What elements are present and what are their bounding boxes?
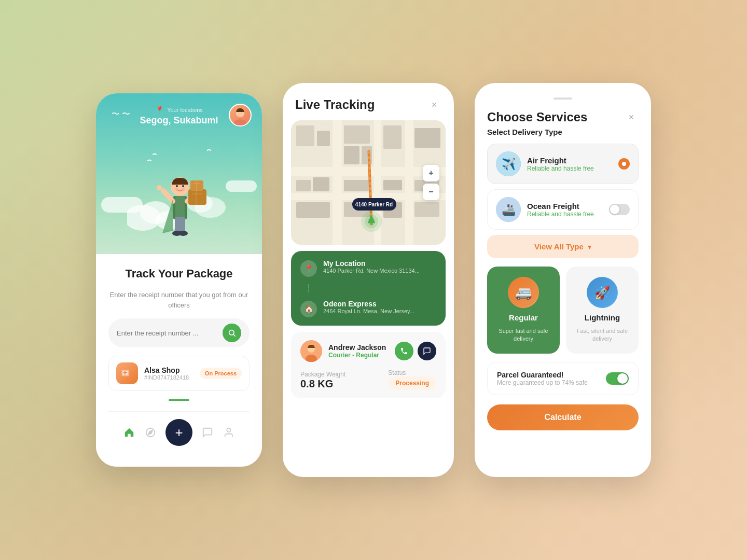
nav-home[interactable] — [123, 427, 135, 438]
air-freight-radio[interactable] — [618, 158, 630, 170]
air-freight-option[interactable]: ✈️ Air Freight Reliable and hassle free — [487, 144, 639, 184]
ocean-freight-name: Ocean Freight — [527, 202, 603, 211]
message-button[interactable] — [418, 342, 436, 360]
svg-point-19 — [182, 188, 185, 191]
svg-rect-53 — [414, 128, 440, 148]
regular-icon: 🚐 — [508, 277, 539, 308]
destination-icon: 🏠 — [300, 301, 317, 317]
drag-handle[interactable] — [554, 97, 572, 100]
status-section: Status Processing — [388, 369, 436, 390]
ocean-freight-info: Ocean Freight Reliable and hassle free — [527, 202, 603, 218]
lightning-icon: 🚀 — [587, 277, 618, 308]
destination-row: 🏠 Odeon Express 2464 Royal Ln. Mesa, New… — [300, 300, 436, 317]
location-icon: 📍 — [155, 106, 164, 114]
svg-rect-49 — [344, 146, 359, 164]
svg-text:✈️: ✈️ — [502, 157, 516, 171]
card1-body: Track Your Package Enter the receipt num… — [96, 254, 262, 467]
destination-name: Odeon Express — [323, 300, 414, 308]
air-freight-icon: ✈️ — [496, 151, 521, 176]
nav-add-button[interactable]: + — [165, 419, 192, 446]
card2-header: Live Tracking × — [283, 83, 454, 120]
close-services-button[interactable]: × — [624, 110, 639, 124]
ocean-freight-toggle[interactable] — [609, 204, 630, 215]
toggle-knob — [610, 205, 619, 214]
courier-section: Andrew Jackson Courier - Regular Package… — [291, 332, 446, 398]
svg-rect-46 — [296, 180, 311, 191]
svg-rect-44 — [296, 125, 314, 146]
view-all-button[interactable]: View All Type ▾ — [487, 235, 639, 258]
svg-rect-51 — [344, 180, 371, 191]
zoom-out-button[interactable]: − — [423, 184, 439, 200]
location-info: 📍 Your locations — [155, 106, 203, 114]
air-freight-desc: Reliable and hassle free — [527, 165, 612, 172]
card3-title: Choose Services — [487, 110, 587, 124]
svg-rect-45 — [317, 131, 330, 146]
svg-point-37 — [227, 428, 230, 432]
svg-rect-41 — [333, 120, 342, 245]
my-location-info: My Location 4140 Parker Rd, New Mexico 3… — [323, 259, 420, 274]
regular-speed-card[interactable]: 🚐 Regular Super fast and safe delivery — [487, 267, 560, 354]
search-bar — [108, 318, 250, 347]
order-card[interactable]: Alsa Shop #IND8747182418 On Process — [108, 356, 250, 391]
svg-rect-54 — [383, 180, 402, 190]
track-title: Track Your Package — [108, 267, 250, 282]
processing-badge: Processing — [388, 376, 436, 390]
svg-point-29 — [229, 330, 234, 335]
regular-name: Regular — [509, 313, 538, 322]
bottom-nav: + — [108, 411, 250, 456]
guaranteed-toggle-knob — [617, 373, 628, 384]
nav-chat[interactable] — [202, 427, 213, 438]
search-button[interactable] — [223, 324, 241, 342]
svg-rect-12 — [179, 217, 185, 232]
svg-point-17 — [182, 185, 184, 187]
order-id: #IND8747182418 — [144, 374, 193, 381]
track-description: Enter the receipt number that you got fr… — [108, 290, 250, 310]
section-label: Select Delivery Type — [487, 128, 639, 136]
my-location-row: 📍 My Location 4140 Parker Rd, New Mexico… — [300, 259, 436, 277]
courier-row: Andrew Jackson Courier - Regular — [300, 340, 436, 362]
ocean-freight-icon: 🚢 — [496, 197, 521, 222]
track-package-card: 📍 Your locations Segog, Sukabumi 〜 〜 — [96, 93, 262, 467]
order-info: Alsa Shop #IND8747182418 — [144, 366, 193, 381]
weight-label: Package Weight — [300, 371, 345, 378]
guaranteed-card: Parcel Guaranteed! More guaranteed up to… — [487, 362, 639, 395]
lightning-speed-card[interactable]: 🚀 Lightning Fast, silent and safe delive… — [566, 267, 639, 354]
svg-rect-59 — [414, 202, 439, 217]
svg-rect-27 — [196, 180, 197, 191]
svg-point-14 — [178, 231, 188, 236]
call-button[interactable] — [395, 342, 413, 360]
ocean-freight-option[interactable]: 🚢 Ocean Freight Reliable and hassle free — [487, 189, 639, 230]
svg-rect-22 — [188, 189, 206, 205]
card1-header: 📍 Your locations Segog, Sukabumi 〜 〜 — [96, 93, 262, 254]
choose-services-card: Choose Services × Select Delivery Type ✈… — [475, 83, 651, 477]
courier-type: Courier - Regular — [328, 352, 386, 359]
svg-rect-10 — [175, 196, 185, 219]
air-freight-name: Air Freight — [527, 156, 612, 165]
search-input[interactable] — [117, 329, 217, 337]
guaranteed-info: Parcel Guaranteed! More guaranteed up to… — [497, 371, 600, 386]
nav-profile[interactable] — [223, 427, 234, 438]
lightning-desc: Fast, silent and safe delivery — [574, 327, 630, 343]
status-badge: On Process — [200, 368, 242, 379]
package-details: Package Weight 0.8 KG Status Processing — [300, 369, 436, 390]
avatar[interactable] — [229, 104, 252, 127]
zoom-in-button[interactable]: + — [423, 165, 439, 181]
lightning-name: Lightning — [585, 313, 620, 322]
birds-decoration: 〜 〜 — [112, 109, 130, 120]
close-button[interactable]: × — [427, 97, 441, 112]
my-location-address: 4140 Parker Rd, New Mexico 31134... — [323, 268, 420, 274]
svg-rect-52 — [383, 125, 402, 149]
order-name: Alsa Shop — [144, 366, 193, 374]
courier-info: Andrew Jackson Courier - Regular — [328, 343, 386, 359]
courier-actions — [395, 342, 436, 360]
nav-compass[interactable] — [145, 427, 156, 438]
view-all-label: View All Type — [534, 242, 584, 251]
order-icon — [116, 362, 138, 384]
ocean-freight-desc: Reliable and hassle free — [527, 211, 603, 218]
svg-text:🚐: 🚐 — [515, 284, 532, 301]
guaranteed-toggle[interactable] — [606, 372, 629, 385]
status-label: Status — [388, 369, 436, 376]
air-freight-info: Air Freight Reliable and hassle free — [527, 156, 612, 172]
map-controls: + − — [423, 165, 439, 200]
calculate-button[interactable]: Calculate — [487, 404, 639, 430]
